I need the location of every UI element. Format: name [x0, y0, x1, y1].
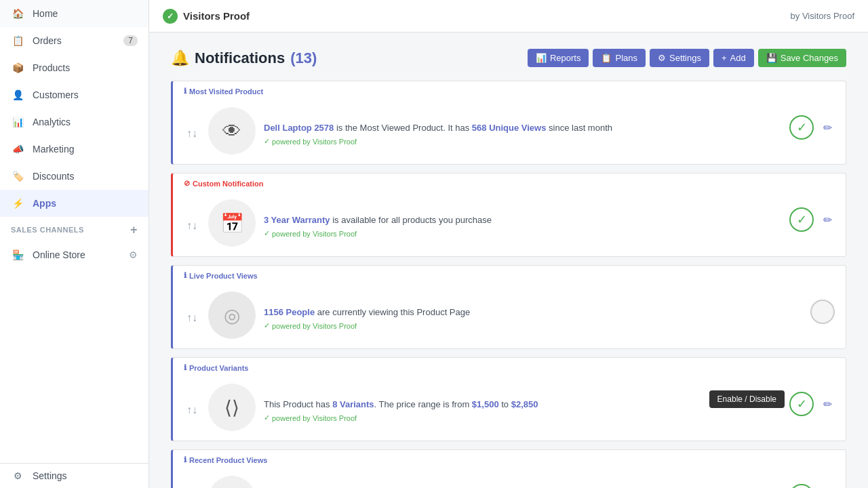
powered-label-most-visited: ✓ powered by Visitors Proof [264, 137, 781, 146]
toggle-button-product-variants[interactable]: ✓ [789, 392, 814, 416]
notification-count: (13) [290, 49, 317, 67]
card-content-live-product-views: 1156 People are currently viewing this P… [264, 293, 802, 331]
page-header: 🔔 Notifications (13) 📊 Reports 📋 Plans ⚙… [171, 49, 846, 67]
card-actions-recent-product-views: ✓ ✏ [789, 484, 835, 488]
sales-channels-add-icon[interactable]: + [130, 224, 138, 236]
settings-label: Settings [33, 470, 67, 481]
add-icon: + [722, 53, 727, 63]
sidebar-item-customers[interactable]: 👤 Customers [0, 81, 149, 108]
settings-button[interactable]: ⚙ Settings [650, 49, 709, 67]
card-type-icon-custom-notification: ⊘ [184, 179, 190, 188]
discounts-icon: 🏷️ [11, 169, 24, 183]
sidebar-label-analytics: Analytics [33, 117, 71, 127]
online-store-label: Online Store [33, 249, 85, 260]
card-label-most-visited: ℹ Most Visited Product [184, 87, 263, 96]
notification-card-custom-notification: ⊘ Custom Notification ↑↓ 📅 3 Year Warran… [171, 173, 846, 257]
sidebar-label-marketing: Marketing [33, 144, 74, 155]
card-text-most-visited: Dell Laptop 2578 is the Most Viewed Prod… [264, 121, 781, 135]
sidebar-label-products: Products [33, 62, 70, 73]
save-changes-button[interactable]: 💾 Save Changes [758, 49, 846, 67]
card-icon-recent-product-views: ⏰ [208, 476, 256, 488]
products-icon: 📦 [11, 61, 24, 75]
card-content-product-variants: This Product has 8 Variants. The price r… [264, 386, 781, 423]
plans-icon: 📋 [601, 53, 612, 63]
notification-card-most-visited: ℹ Most Visited Product ↑↓ 👁 Dell Laptop … [171, 81, 846, 165]
card-type-text-most-visited: Most Visited Product [189, 87, 263, 96]
orders-icon: 📋 [11, 34, 24, 47]
brand-name: Visitors Proof [183, 10, 250, 22]
card-label-recent-product-views: ℹ Recent Product Views [184, 455, 267, 464]
drag-up-icon: ↑↓ [186, 128, 197, 139]
card-type-icon-live-product-views: ℹ [184, 271, 186, 280]
edit-button-most-visited[interactable]: ✏ [821, 119, 835, 137]
sidebar-label-discounts: Discounts [33, 171, 74, 182]
sidebar-item-analytics[interactable]: 📊 Analytics [0, 108, 149, 136]
toggle-button-live-product-views[interactable] [810, 300, 835, 324]
toggle-button-custom-notification[interactable]: ✓ [789, 207, 814, 232]
card-icon-custom-notification: 📅 [208, 199, 256, 247]
sidebar-label-home: Home [33, 8, 58, 19]
sidebar-item-home[interactable]: 🏠 Home [0, 0, 149, 27]
by-label: by Visitors Proof [791, 11, 854, 21]
notifications-title: Notifications [195, 49, 285, 67]
sidebar-item-online-store[interactable]: 🏪 Online Store ⚙ [0, 243, 149, 267]
sales-channels-label: SALES CHANNELS [11, 226, 84, 234]
card-actions-live-product-views [810, 300, 835, 324]
analytics-icon: 📊 [11, 115, 24, 129]
drag-handle-most-visited[interactable]: ↑↓ [184, 128, 200, 139]
card-icon-product-variants: ⟨⟩ [208, 384, 256, 431]
edit-button-custom-notification[interactable]: ✏ [821, 211, 835, 229]
drag-handle-custom-notification[interactable]: ↑↓ [184, 220, 200, 231]
toggle-button-recent-product-views[interactable]: ✓ [789, 484, 814, 488]
save-icon: 💾 [766, 53, 777, 63]
settings-icon: ⚙ [11, 469, 24, 483]
sidebar-item-apps[interactable]: ⚡ Apps [0, 190, 149, 217]
card-text-live-product-views: 1156 People are currently viewing this P… [264, 306, 802, 319]
drag-up-icon: ↑↓ [186, 220, 197, 231]
apps-icon: ⚡ [11, 197, 24, 210]
topbar: ✓ Visitors Proof by Visitors Proof [149, 0, 868, 33]
card-label-custom-notification: ⊘ Custom Notification [184, 179, 264, 188]
card-type-icon-most-visited: ℹ [184, 87, 186, 96]
card-icon-live-product-views: ◎ [208, 291, 256, 339]
sidebar-label-apps: Apps [33, 198, 56, 209]
notifications-list: ℹ Most Visited Product ↑↓ 👁 Dell Laptop … [171, 81, 846, 488]
card-type-text-recent-product-views: Recent Product Views [189, 456, 267, 464]
notification-card-recent-product-views: ℹ Recent Product Views ↑↓ ⏰ 283 People h… [171, 449, 846, 488]
drag-up-icon: ↑↓ [186, 405, 197, 415]
card-type-icon-product-variants: ℹ [184, 363, 186, 372]
notification-card-product-variants: ℹ Product Variants ↑↓ ⟨⟩ This Product ha… [171, 357, 846, 441]
sidebar: 🏠 Home 📋 Orders 7 📦 Products 👤 Customers… [0, 0, 149, 488]
reports-button[interactable]: 📊 Reports [528, 49, 589, 67]
powered-label-live-product-views: ✓ powered by Visitors Proof [264, 321, 802, 330]
bell-icon: 🔔 [171, 49, 189, 67]
sidebar-item-orders[interactable]: 📋 Orders 7 [0, 27, 149, 54]
drag-handle-live-product-views[interactable]: ↑↓ [184, 312, 200, 323]
drag-up-icon: ↑↓ [186, 312, 197, 323]
content-area: 🔔 Notifications (13) 📊 Reports 📋 Plans ⚙… [149, 33, 868, 488]
card-actions-custom-notification: ✓ ✏ [789, 207, 835, 232]
card-actions-product-variants: Enable / Disable ✓ ✏ [789, 392, 835, 416]
settings-gear-icon: ⚙ [658, 53, 666, 63]
plans-button[interactable]: 📋 Plans [593, 49, 646, 67]
add-button[interactable]: + Add [713, 49, 754, 67]
sidebar-item-products[interactable]: 📦 Products [0, 54, 149, 81]
sidebar-label-customers: Customers [33, 89, 79, 100]
card-content-custom-notification: 3 Year Warranty is available for all pro… [264, 201, 781, 239]
card-icon-most-visited: 👁 [208, 107, 256, 155]
sidebar-item-settings[interactable]: ⚙ Settings [0, 464, 149, 488]
toggle-button-most-visited[interactable]: ✓ [789, 115, 814, 140]
marketing-icon: 📣 [11, 142, 24, 156]
powered-label-product-variants: ✓ powered by Visitors Proof [264, 413, 781, 422]
page-title: 🔔 Notifications (13) [171, 49, 317, 67]
card-type-icon-recent-product-views: ℹ [184, 455, 186, 464]
online-store-gear-icon[interactable]: ⚙ [129, 249, 138, 260]
drag-handle-product-variants[interactable]: ↑↓ [184, 405, 200, 415]
edit-button-product-variants[interactable]: ✏ [821, 395, 835, 413]
card-label-product-variants: ℹ Product Variants [184, 363, 248, 372]
card-type-text-product-variants: Product Variants [189, 364, 248, 372]
toolbar: 📊 Reports 📋 Plans ⚙ Settings + Add 💾 [528, 49, 846, 67]
card-type-text-live-product-views: Live Product Views [189, 272, 258, 280]
sidebar-item-discounts[interactable]: 🏷️ Discounts [0, 163, 149, 190]
sidebar-item-marketing[interactable]: 📣 Marketing [0, 136, 149, 163]
